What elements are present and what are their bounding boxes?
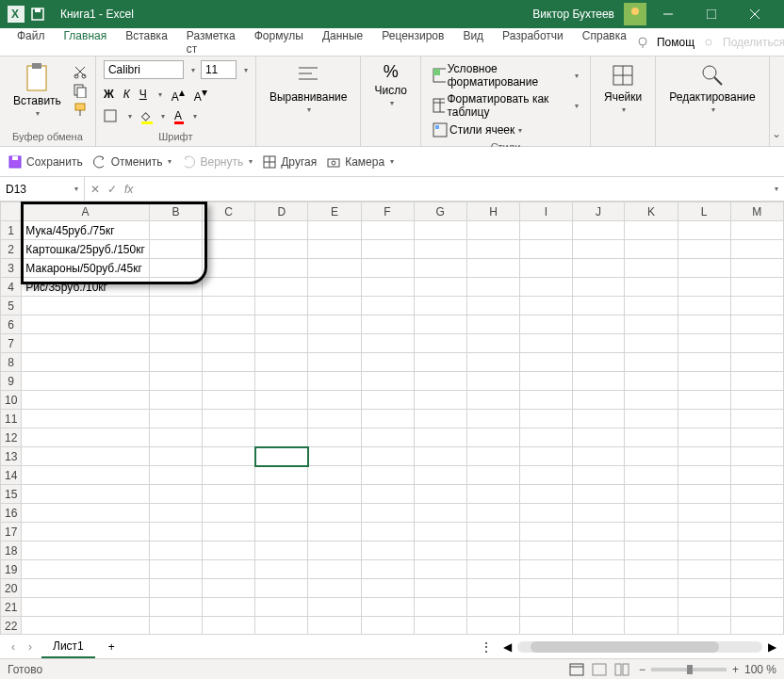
cell[interactable]: [308, 278, 361, 297]
cell[interactable]: [202, 428, 254, 447]
cell[interactable]: [678, 353, 730, 372]
cell[interactable]: [22, 617, 149, 635]
cell[interactable]: [572, 579, 625, 598]
sheet-prev-button[interactable]: ‹: [8, 640, 19, 654]
grow-font-button[interactable]: A▴: [172, 86, 185, 104]
cell[interactable]: [149, 297, 202, 315]
cell[interactable]: [308, 598, 361, 617]
row-header[interactable]: 12: [1, 428, 22, 447]
cell[interactable]: [625, 504, 678, 523]
cell[interactable]: [678, 504, 730, 523]
row-header[interactable]: 5: [1, 297, 22, 315]
cell[interactable]: [255, 221, 308, 240]
cell[interactable]: [678, 240, 730, 259]
col-header[interactable]: K: [625, 202, 678, 221]
cell[interactable]: [202, 353, 254, 372]
cell[interactable]: [255, 579, 308, 598]
font-name-input[interactable]: [104, 60, 184, 79]
cell[interactable]: [308, 410, 361, 428]
cell[interactable]: [572, 617, 625, 635]
cell[interactable]: [414, 617, 466, 635]
col-header[interactable]: E: [308, 202, 361, 221]
cell[interactable]: [414, 485, 466, 504]
cell[interactable]: [520, 504, 573, 523]
cell[interactable]: [520, 278, 573, 297]
cell[interactable]: [625, 598, 678, 617]
cell[interactable]: [202, 372, 254, 391]
cell[interactable]: [466, 353, 519, 372]
cell[interactable]: [308, 428, 361, 447]
fill-color-button[interactable]: ◇: [141, 109, 150, 122]
col-header[interactable]: C: [202, 202, 254, 221]
cell[interactable]: [308, 372, 361, 391]
cancel-fx-button[interactable]: ✕: [90, 183, 100, 196]
cell[interactable]: [22, 579, 149, 598]
cell[interactable]: [149, 259, 202, 278]
cell[interactable]: [414, 560, 466, 579]
cell[interactable]: [520, 372, 573, 391]
cell[interactable]: [730, 391, 783, 410]
cell[interactable]: [22, 598, 149, 617]
italic-button[interactable]: К: [123, 88, 130, 101]
cell[interactable]: [730, 428, 783, 447]
zoom-slider[interactable]: [651, 668, 727, 671]
cell[interactable]: [202, 466, 254, 485]
cell[interactable]: [572, 466, 625, 485]
cell[interactable]: [361, 240, 414, 259]
cell[interactable]: [466, 221, 519, 240]
cell[interactable]: [466, 372, 519, 391]
fx-button[interactable]: fx: [124, 183, 133, 196]
name-box[interactable]: D13: [6, 183, 26, 196]
col-header[interactable]: M: [730, 202, 783, 221]
cell[interactable]: [678, 391, 730, 410]
cell[interactable]: [520, 579, 573, 598]
qat-camera-button[interactable]: Камера▾: [326, 154, 394, 170]
menu-tab-7[interactable]: Вид: [453, 24, 493, 61]
cell[interactable]: [625, 523, 678, 542]
cell[interactable]: [361, 297, 414, 315]
row-header[interactable]: 3: [1, 259, 22, 278]
cell[interactable]: [572, 372, 625, 391]
cell[interactable]: [678, 523, 730, 542]
cell-styles-button[interactable]: Стили ячеек▾: [429, 121, 582, 139]
cell[interactable]: [202, 278, 254, 297]
cell[interactable]: [625, 579, 678, 598]
cell[interactable]: [625, 259, 678, 278]
cell[interactable]: [730, 278, 783, 297]
menu-tab-3[interactable]: Разметка ст: [177, 24, 245, 61]
conditional-formatting-button[interactable]: Условное форматирование▾: [429, 60, 582, 90]
user-name[interactable]: Виктор Бухтеев: [532, 8, 614, 21]
cell[interactable]: [149, 391, 202, 410]
row-header[interactable]: 22: [1, 617, 22, 635]
cell[interactable]: [202, 617, 254, 635]
cell[interactable]: [572, 221, 625, 240]
cell[interactable]: [361, 334, 414, 353]
cell[interactable]: [308, 579, 361, 598]
cell[interactable]: [730, 297, 783, 315]
cell[interactable]: [625, 617, 678, 635]
alignment-button[interactable]: Выравнивание▾: [264, 60, 353, 116]
cell[interactable]: [22, 560, 149, 579]
cell[interactable]: [22, 523, 149, 542]
cell[interactable]: [308, 447, 361, 466]
cell[interactable]: [730, 372, 783, 391]
cell[interactable]: [202, 485, 254, 504]
cell[interactable]: [466, 542, 519, 560]
close-button[interactable]: [733, 0, 776, 28]
cell[interactable]: [678, 560, 730, 579]
cells-button[interactable]: Ячейки▾: [598, 60, 647, 116]
spreadsheet-grid[interactable]: ABCDEFGHIJKLM1Мука/45руб./75кг2Картошка/…: [0, 202, 784, 634]
cell[interactable]: [572, 315, 625, 334]
cell[interactable]: [625, 428, 678, 447]
zoom-out-button[interactable]: −: [639, 663, 645, 676]
row-header[interactable]: 20: [1, 579, 22, 598]
cell[interactable]: [255, 372, 308, 391]
cut-icon[interactable]: [73, 64, 88, 79]
cell[interactable]: [149, 315, 202, 334]
cell[interactable]: [149, 353, 202, 372]
minimize-button[interactable]: [646, 0, 690, 28]
cell[interactable]: [678, 447, 730, 466]
cell[interactable]: [22, 542, 149, 560]
cell[interactable]: [625, 278, 678, 297]
cell[interactable]: [520, 428, 573, 447]
